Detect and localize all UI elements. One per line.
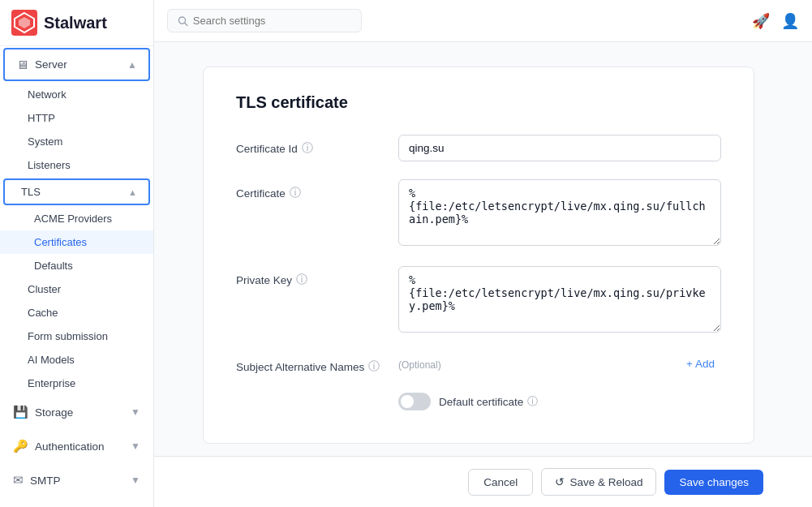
san-optional-text: (Optional) xyxy=(398,359,441,371)
certificate-field: %{file:/etc/letsencrypt/live/mx.qing.su/… xyxy=(398,179,721,248)
default-cert-toggle[interactable] xyxy=(398,393,431,410)
svg-line-4 xyxy=(185,23,187,25)
sidebar-item-jmap[interactable]: 📁 JMAP ▼ xyxy=(0,497,153,507)
sidebar-item-cluster[interactable]: Cluster xyxy=(0,277,153,301)
save-changes-button[interactable]: Save changes xyxy=(664,470,763,495)
server-label: Server xyxy=(35,58,67,71)
sidebar-item-listeners[interactable]: Listeners xyxy=(0,153,153,177)
san-optional-label: (Optional) xyxy=(398,358,441,371)
search-icon xyxy=(178,15,188,27)
sidebar-item-enterprise[interactable]: Enterprise xyxy=(0,372,153,395)
private-key-info-icon[interactable]: ⓘ xyxy=(296,273,307,287)
sidebar-item-storage[interactable]: 💾 Storage ▼ xyxy=(0,395,153,429)
certificate-id-info-icon[interactable]: ⓘ xyxy=(302,141,313,156)
logo-area: Stalwart xyxy=(0,0,153,46)
toggle-thumb xyxy=(401,395,414,408)
auth-icon: 🔑 xyxy=(13,439,28,453)
form-card: TLS certificate Certificate Id ⓘ Certifi… xyxy=(203,67,754,444)
stalwart-logo-icon xyxy=(11,10,37,36)
tls-chevron-icon: ▲ xyxy=(128,187,137,197)
certificate-id-row: Certificate Id ⓘ xyxy=(236,135,721,161)
save-reload-button[interactable]: ↺ Save & Reload xyxy=(541,468,656,496)
private-key-textarea[interactable]: %{file:/etc/letsencrypt/live/mx.qing.su/… xyxy=(398,266,721,333)
default-cert-info-icon[interactable]: ⓘ xyxy=(527,394,538,409)
cancel-button[interactable]: Cancel xyxy=(468,469,533,496)
certificate-textarea[interactable]: %{file:/etc/letsencrypt/live/mx.qing.su/… xyxy=(398,179,721,246)
server-chevron-icon: ▲ xyxy=(127,59,137,71)
default-cert-label: Default certificate ⓘ xyxy=(439,394,538,409)
main-area: 🚀 👤 TLS certificate Certificate Id ⓘ Cer… xyxy=(154,0,812,507)
form-title: TLS certificate xyxy=(236,93,721,112)
search-box[interactable] xyxy=(167,9,362,32)
auth-chevron-icon: ▼ xyxy=(131,440,140,452)
server-icon: 🖥 xyxy=(16,58,28,71)
storage-label: Storage xyxy=(35,406,73,419)
private-key-label: Private Key ⓘ xyxy=(236,266,398,287)
san-info-icon[interactable]: ⓘ xyxy=(368,359,380,374)
smtp-section: ✉ SMTP ▼ xyxy=(0,463,153,497)
smtp-chevron-icon: ▼ xyxy=(131,475,140,486)
smtp-icon: ✉ xyxy=(13,473,24,488)
add-san-button[interactable]: + Add xyxy=(680,353,721,375)
certificate-row: Certificate ⓘ %{file:/etc/letsencrypt/li… xyxy=(236,179,721,248)
server-section: 🖥 Server ▲ Network HTTP System Listeners… xyxy=(0,46,153,395)
smtp-label: SMTP xyxy=(30,475,61,487)
san-field: (Optional) + Add xyxy=(398,353,721,375)
sidebar-item-acme-providers[interactable]: ACME Providers xyxy=(0,207,153,230)
toggle-wrapper: Default certificate ⓘ xyxy=(398,393,538,410)
footer-bar: Cancel ↺ Save & Reload Save changes xyxy=(154,456,812,507)
certificate-id-input[interactable] xyxy=(398,135,721,161)
certificate-id-field xyxy=(398,135,721,161)
certificate-id-label: Certificate Id ⓘ xyxy=(236,135,398,156)
topbar-icons: 🚀 👤 xyxy=(752,12,799,30)
sidebar-item-http[interactable]: HTTP xyxy=(0,106,153,130)
sidebar-item-tls[interactable]: TLS ▲ xyxy=(3,178,150,205)
app-name: Stalwart xyxy=(44,14,107,32)
certificate-info-icon[interactable]: ⓘ xyxy=(290,186,301,200)
sidebar-item-ai-models[interactable]: AI Models xyxy=(0,348,153,372)
toggle-track xyxy=(398,393,431,410)
san-row: Subject Alternative Names ⓘ (Optional) +… xyxy=(236,353,721,375)
rocket-icon[interactable]: 🚀 xyxy=(752,12,770,30)
sidebar-item-defaults[interactable]: Defaults xyxy=(0,254,153,277)
sidebar: Stalwart 🖥 Server ▲ Network HTTP System … xyxy=(0,0,154,507)
search-input[interactable] xyxy=(193,15,351,27)
sidebar-item-authentication[interactable]: 🔑 Authentication ▼ xyxy=(0,429,153,463)
private-key-row: Private Key ⓘ %{file:/etc/letsencrypt/li… xyxy=(236,266,721,335)
sidebar-item-system[interactable]: System xyxy=(0,130,153,153)
user-icon[interactable]: 👤 xyxy=(781,12,799,30)
private-key-field: %{file:/etc/letsencrypt/live/mx.qing.su/… xyxy=(398,266,721,335)
authentication-label: Authentication xyxy=(35,440,105,453)
sidebar-item-form-submission[interactable]: Form submission xyxy=(0,324,153,348)
storage-chevron-icon: ▼ xyxy=(131,406,140,418)
sidebar-item-network[interactable]: Network xyxy=(0,83,153,106)
sidebar-item-smtp[interactable]: ✉ SMTP ▼ xyxy=(0,463,153,497)
sidebar-item-certificates[interactable]: Certificates xyxy=(0,230,153,254)
tls-label: TLS xyxy=(21,186,41,198)
sidebar-item-server[interactable]: 🖥 Server ▲ xyxy=(3,48,150,81)
topbar: 🚀 👤 xyxy=(154,0,812,42)
sidebar-item-cache[interactable]: Cache xyxy=(0,301,153,324)
certificate-label: Certificate ⓘ xyxy=(236,179,398,200)
default-cert-row: Default certificate ⓘ xyxy=(236,393,721,410)
san-label: Subject Alternative Names ⓘ xyxy=(236,353,398,374)
reload-icon: ↺ xyxy=(555,475,565,488)
storage-section: 💾 Storage ▼ xyxy=(0,395,153,429)
content-area: TLS certificate Certificate Id ⓘ Certifi… xyxy=(154,42,812,456)
jmap-section: 📁 JMAP ▼ xyxy=(0,497,153,507)
tls-subgroup: TLS ▲ ACME Providers Certificates Defaul… xyxy=(0,177,153,277)
storage-icon: 💾 xyxy=(13,405,28,419)
authentication-section: 🔑 Authentication ▼ xyxy=(0,429,153,463)
